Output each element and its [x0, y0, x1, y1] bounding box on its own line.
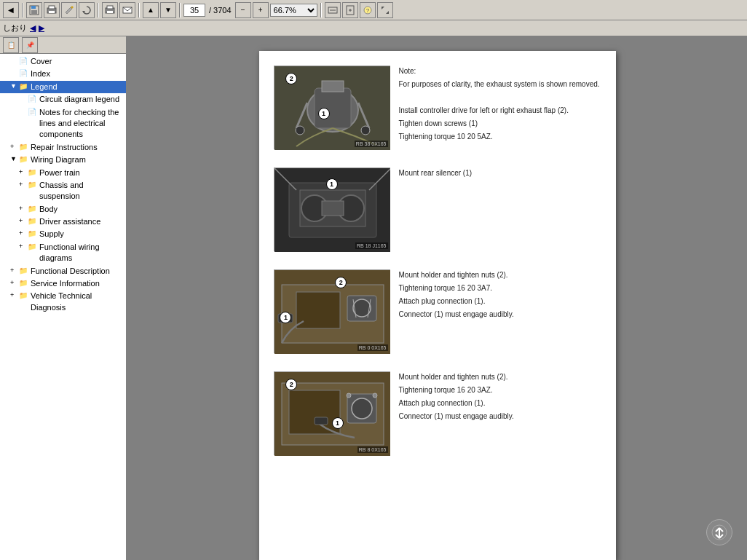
tree-item-repair[interactable]: + 📁 Repair Instructions — [0, 141, 126, 154]
page-input[interactable]: 35 — [183, 4, 205, 17]
svg-rect-19 — [315, 88, 351, 128]
tree-item-driver[interactable]: + 📁 Driver assistance — [0, 216, 126, 228]
label-circle-1d: 1 — [332, 417, 344, 429]
svg-rect-43 — [289, 390, 340, 434]
image-corner-label-4: RB 8 0X165 — [357, 446, 388, 453]
up-button[interactable]: ▲ — [143, 2, 159, 18]
sidebar-icon2[interactable]: 📌 — [22, 37, 38, 53]
svg-rect-2 — [31, 10, 37, 14]
doc-text-3: Mount holder and tighten nuts (2). Tight… — [399, 269, 601, 322]
doc-image-4: 1 2 RB 8 0X165 — [274, 371, 390, 459]
svg-point-45 — [352, 398, 372, 419]
note-button[interactable]: ? — [360, 2, 376, 18]
svg-rect-20 — [322, 81, 344, 92]
scroll-to-top-button[interactable] — [706, 519, 732, 545]
tree-item-vehicle[interactable]: + 📁 Vehicle Technical Diagnosis — [0, 290, 126, 314]
tree: 📄 Cover 📄 Index ▼ 📁 Legend — [0, 54, 126, 560]
refresh-button[interactable] — [79, 2, 95, 18]
folder-icon: 📁 — [19, 278, 29, 288]
save-button[interactable] — [26, 2, 42, 18]
sep3 — [138, 3, 140, 17]
doc-image-2: 1 RB 18 J1165 — [274, 167, 390, 255]
document-icon: 📄 — [28, 94, 38, 104]
svg-text:?: ? — [365, 7, 369, 14]
tree-item-supply[interactable]: + 📁 Supply — [0, 228, 126, 240]
bookmark-nav-right[interactable]: ▶ — [39, 23, 44, 33]
folder-icon: 📁 — [19, 142, 29, 152]
main: 📋 📌 📄 Cover 📄 Index ▼ 📁 — [0, 36, 747, 560]
zoom-select[interactable]: 50% 66.7% 75% 100% 125% 150% 200% — [270, 4, 317, 17]
folder-icon: 📁 — [28, 216, 38, 226]
doc-text-1: Note: For purposes of clarity, the exhau… — [399, 66, 601, 144]
folder-icon: 📁 — [28, 167, 38, 178]
tree-item-powertrain[interactable]: + 📁 Power train — [0, 167, 126, 179]
bookmark-nav-left[interactable]: ◀ — [30, 23, 36, 33]
tree-item-chassis[interactable]: + 📁 Chassis and suspension — [0, 179, 126, 203]
print-button[interactable] — [102, 2, 118, 18]
sep1 — [22, 3, 23, 17]
folder-icon: 📁 — [28, 180, 38, 190]
sidebar: 📋 📌 📄 Cover 📄 Index ▼ 📁 — [0, 36, 127, 560]
tree-item-cover[interactable]: 📄 Cover — [0, 55, 126, 68]
document-page: 2 1 RB 38 0X165 Note: For purposes of cl… — [259, 51, 616, 560]
svg-rect-46 — [315, 417, 328, 425]
fit-width-button[interactable] — [325, 2, 341, 18]
svg-rect-8 — [107, 11, 113, 13]
sidebar-toolbar: 📋 📌 — [0, 36, 126, 54]
svg-rect-30 — [322, 201, 344, 216]
doc-section-1: 2 1 RB 38 0X165 Note: For purposes of cl… — [274, 66, 601, 153]
image-corner-label-1: RB 38 0X165 — [355, 141, 388, 147]
fit-page-button[interactable] — [342, 2, 358, 18]
label-circle-1: 1 — [318, 108, 330, 119]
print-setup-button[interactable] — [44, 2, 60, 18]
back-button[interactable]: ◀ — [3, 2, 19, 18]
tree-item-func-wiring[interactable]: + 📁 Functional wiring diagrams — [0, 241, 126, 265]
doc-section-2: 1 RB 18 J1165 Mount rear silencer (1) — [274, 167, 601, 255]
svg-rect-1 — [31, 6, 36, 9]
doc-text-4: Mount holder and tighten nuts (2). Tight… — [399, 371, 601, 424]
folder-icon: 📁 — [28, 204, 38, 214]
sidebar-icon1[interactable]: 📋 — [3, 37, 19, 53]
tree-item-body[interactable]: + 📁 Body — [0, 203, 126, 216]
edit-button[interactable] — [61, 2, 77, 18]
zoom-out-button[interactable]: − — [235, 2, 251, 18]
toolbar: ◀ ▲ ▼ 35 / 3704 − + 50% 66.7% 75% 100% 1… — [0, 0, 747, 20]
bookmark-label: しおり — [3, 23, 27, 33]
svg-point-23 — [296, 126, 304, 135]
doc-text-2: Mount rear silencer (1) — [399, 167, 601, 181]
folder-icon: 📁 — [19, 154, 29, 165]
label-circle-1c: 1 — [280, 312, 291, 323]
doc-image-3: 1 2 RB 0 0X165 — [274, 269, 390, 357]
tree-item-service[interactable]: + 📁 Service Information — [0, 277, 126, 290]
tree-item-wiring[interactable]: ▼ 📁 Wiring Diagram — [0, 154, 126, 166]
label-circle-1b: 1 — [326, 178, 338, 190]
folder-icon: 📁 — [28, 242, 38, 252]
document-icon: 📄 — [19, 68, 29, 79]
email-button[interactable] — [119, 2, 135, 18]
svg-rect-4 — [49, 6, 55, 9]
svg-rect-35 — [296, 292, 340, 328]
tree-item-notes[interactable]: 📄 Notes for checking the lines and elect… — [0, 106, 126, 141]
folder-icon: 📁 — [19, 266, 29, 276]
zoom-in-button[interactable]: + — [253, 2, 269, 18]
content-area[interactable]: 2 1 RB 38 0X165 Note: For purposes of cl… — [127, 36, 747, 560]
svg-point-24 — [361, 126, 370, 135]
expand-button[interactable] — [377, 2, 393, 18]
tree-item-circuit[interactable]: 📄 Circuit diagram legend — [0, 93, 126, 106]
svg-point-48 — [373, 393, 377, 398]
tree-item-legend[interactable]: ▼ 📁 Legend — [0, 81, 126, 93]
folder-icon: 📁 — [19, 291, 29, 301]
page-total: / 3704 — [209, 6, 232, 15]
svg-rect-5 — [49, 11, 55, 13]
doc-section-3: 1 2 RB 0 0X165 Mount holder and tighten … — [274, 269, 601, 357]
tree-item-index[interactable]: 📄 Index — [0, 68, 126, 80]
down-button[interactable]: ▼ — [160, 2, 176, 18]
tree-item-func-desc[interactable]: + 📁 Functional Description — [0, 265, 126, 277]
image-corner-label-2: RB 18 J1165 — [355, 242, 387, 249]
folder-icon: 📁 — [28, 229, 38, 239]
svg-point-47 — [347, 393, 351, 398]
image-corner-label-3: RB 0 0X165 — [357, 344, 388, 351]
doc-image-1: 2 1 RB 38 0X165 — [274, 66, 390, 153]
folder-icon: 📁 — [19, 82, 29, 92]
bookmark-bar: しおり ◀ ▶ — [0, 20, 747, 36]
